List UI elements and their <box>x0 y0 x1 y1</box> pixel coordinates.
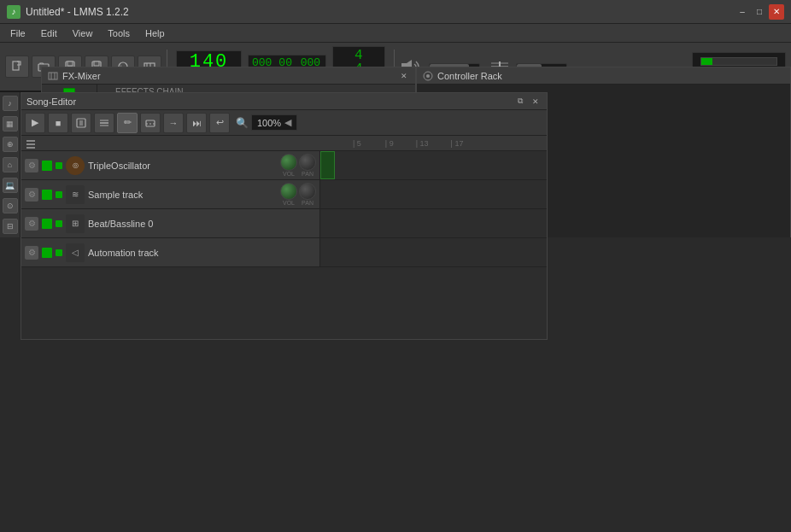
vol-label-tripleoscillator: VOL <box>280 171 297 177</box>
track-vol-pan-sample: VOL PAN <box>280 183 316 206</box>
zoom-group: 🔍 100% ◀ <box>236 114 297 131</box>
song-editor-controls: ⧉ ✕ <box>514 96 542 108</box>
se-play-button[interactable]: ▶ <box>25 113 45 133</box>
marker-17: | 17 <box>451 139 464 148</box>
se-forward-button[interactable]: → <box>163 113 184 133</box>
left-sidebar: ♪ ▦ ⊕ ⌂ 💻 ⊙ ⊟ <box>0 92 21 237</box>
menu-edit[interactable]: Edit <box>34 26 64 40</box>
track-mute-beat[interactable] <box>42 219 52 229</box>
search-icon: 🔍 <box>236 117 249 129</box>
pan-label-tripleoscillator: PAN <box>299 171 316 177</box>
marker-13: | 13 <box>416 139 429 148</box>
track-header-row: | 5 | 9 | 13 | 17 <box>21 136 547 151</box>
track-controls-sample: ⚙ ≋ Sample track VOL PAN <box>21 180 320 208</box>
svg-rect-47 <box>26 143 35 145</box>
menu-bar: File Edit View Tools Help <box>0 24 791 43</box>
fx-mixer-close[interactable]: ✕ <box>398 70 410 82</box>
controller-rack-title-bar: Controller Rack <box>417 67 790 85</box>
track-row-automation: ⚙ ◁ Automation track <box>21 238 547 267</box>
track-timeline-tripleoscillator[interactable] <box>320 151 547 179</box>
sidebar-presets[interactable]: ⊕ <box>3 137 18 152</box>
cpu-bar <box>700 57 777 66</box>
track-solo-tripleoscillator[interactable] <box>56 162 62 169</box>
controller-rack-title: Controller Rack <box>437 71 502 81</box>
track-pan-knob-sample[interactable] <box>299 183 316 200</box>
main-area: ♪ ▦ ⊕ ⌂ 💻 ⊙ ⊟ Song-Editor ⧉ ✕ ▶ ■ ✏ <box>0 92 791 237</box>
track-block-tripleoscillator[interactable] <box>320 151 335 179</box>
zoom-value: 100% <box>257 118 281 128</box>
track-instrument-icon-beat[interactable]: ⊞ <box>66 214 85 233</box>
menu-file[interactable]: File <box>3 26 32 40</box>
song-editor-expand[interactable]: ⧉ <box>514 96 526 108</box>
close-button[interactable]: ✕ <box>769 4 784 20</box>
sidebar-instruments[interactable]: ♪ <box>3 96 18 111</box>
song-editor-close[interactable]: ✕ <box>530 96 542 108</box>
sidebar-plugins[interactable]: ⊙ <box>3 198 18 213</box>
track-pan-knob-tripleoscillator[interactable] <box>299 154 316 171</box>
track-timeline-beat[interactable] <box>320 209 547 237</box>
track-gear-sample[interactable]: ⚙ <box>25 188 38 202</box>
svg-rect-6 <box>94 61 99 66</box>
svg-rect-0 <box>13 61 19 70</box>
se-end-button[interactable]: ⏭ <box>186 113 207 133</box>
se-record2-button[interactable] <box>94 113 114 133</box>
track-name-automation[interactable]: Automation track <box>88 248 316 258</box>
track-mute-sample[interactable] <box>42 190 52 200</box>
svg-rect-46 <box>26 140 35 142</box>
track-vol-knob-tripleoscillator[interactable] <box>280 154 297 171</box>
cpu-bar-fill <box>701 58 712 65</box>
track-name-tripleoscillator[interactable]: TripleOscillator <box>88 161 277 171</box>
marker-9: | 9 <box>385 139 394 148</box>
se-draw-button[interactable]: ✏ <box>117 113 138 133</box>
song-editor: Song-Editor ⧉ ✕ ▶ ■ ✏ → ⏭ ↩ 🔍 <box>21 92 548 340</box>
track-gear-beat[interactable]: ⚙ <box>25 217 38 231</box>
time-sig-numerator: 4 <box>354 49 363 62</box>
se-record-button[interactable] <box>71 113 91 133</box>
sidebar-computer[interactable]: 💻 <box>3 178 18 193</box>
track-gear-tripleoscillator[interactable]: ⚙ <box>25 159 38 172</box>
pan-label-sample: PAN <box>299 200 316 206</box>
fx-mixer-title: FX-Mixer <box>62 71 101 81</box>
track-row-beat: ⚙ ⊞ Beat/Bassline 0 <box>21 209 547 238</box>
track-row-tripleoscillator: ⚙ ◎ TripleOscillator VOL PAN <box>21 151 547 180</box>
track-controls-automation: ⚙ ◁ Automation track <box>21 238 320 266</box>
track-mute-automation[interactable] <box>42 248 52 258</box>
timeline-header: | 5 | 9 | 13 | 17 <box>320 136 547 150</box>
track-timeline-automation[interactable] <box>320 238 547 266</box>
track-list-icon <box>25 137 37 149</box>
track-vol-pan-tripleoscillator: VOL PAN <box>280 154 316 177</box>
sidebar-home[interactable]: ⌂ <box>3 157 18 172</box>
menu-tools[interactable]: Tools <box>101 26 137 40</box>
zoom-display[interactable]: 100% ◀ <box>251 114 297 131</box>
maximize-button[interactable]: □ <box>752 4 767 20</box>
minimize-button[interactable]: – <box>735 4 750 20</box>
menu-view[interactable]: View <box>66 26 100 40</box>
track-vol-knob-sample[interactable] <box>280 183 297 200</box>
controller-rack-icon <box>422 70 434 82</box>
sidebar-samples[interactable]: ▦ <box>3 116 18 132</box>
song-editor-title: Song-Editor <box>26 96 76 107</box>
track-name-sample[interactable]: Sample track <box>88 190 277 200</box>
song-editor-title-bar: Song-Editor ⧉ ✕ <box>21 93 547 110</box>
track-instrument-icon-automation[interactable]: ◁ <box>66 243 85 262</box>
track-timeline-sample[interactable] <box>320 180 547 208</box>
menu-help[interactable]: Help <box>138 26 172 40</box>
se-erase-button[interactable] <box>140 113 161 133</box>
track-mute-tripleoscillator[interactable] <box>42 161 52 171</box>
track-solo-sample[interactable] <box>56 191 62 198</box>
vol-label-sample: VOL <box>280 200 297 206</box>
sidebar-recent[interactable]: ⊟ <box>3 219 18 234</box>
track-solo-automation[interactable] <box>56 249 62 256</box>
fx-mixer-title-bar: FX-Mixer ✕ <box>42 67 415 85</box>
se-loop-button[interactable]: ↩ <box>209 113 230 133</box>
se-stop-button[interactable]: ■ <box>48 113 68 133</box>
svg-rect-49 <box>49 73 57 79</box>
track-controls-tripleoscillator: ⚙ ◎ TripleOscillator VOL PAN <box>21 151 320 179</box>
track-gear-automation[interactable]: ⚙ <box>25 246 38 260</box>
track-instrument-icon-sample[interactable]: ≋ <box>66 185 85 204</box>
track-name-beat[interactable]: Beat/Bassline 0 <box>88 219 316 229</box>
track-solo-beat[interactable] <box>56 220 62 227</box>
window-title: Untitled* - LMMS 1.2.2 <box>26 6 129 18</box>
track-instrument-icon-tripleoscillator[interactable]: ◎ <box>66 156 85 175</box>
svg-rect-48 <box>26 147 35 149</box>
